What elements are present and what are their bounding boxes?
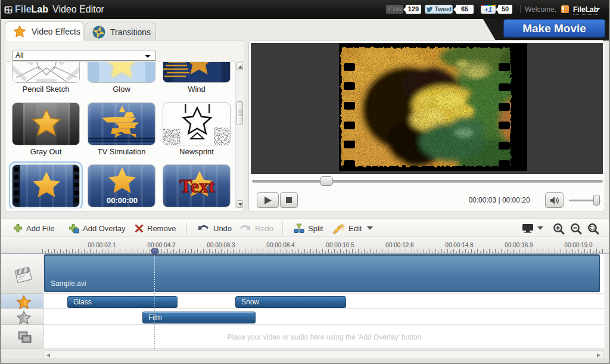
svg-text:Text: Text [179, 175, 215, 197]
svg-text:00:00:00: 00:00:00 [107, 196, 138, 205]
